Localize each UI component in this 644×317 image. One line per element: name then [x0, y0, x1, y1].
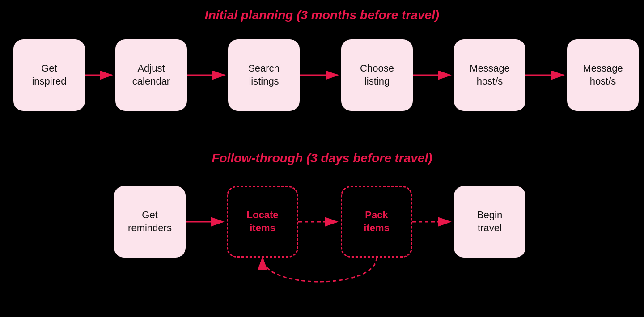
box-message-hosts-2: Message host/s	[567, 39, 639, 111]
box-search-listings: Search listings	[228, 39, 300, 111]
arrow-loop-pack-locate	[263, 258, 377, 282]
box-locate-items: Locate items	[227, 186, 298, 258]
box-message-hosts-1: Message host/s	[454, 39, 525, 111]
diagram-container: Initial planning (3 months before travel…	[0, 0, 644, 317]
box-choose-listing: Choose listing	[341, 39, 413, 111]
box-pack-items: Pack items	[341, 186, 412, 258]
box-begin-travel: Begin travel	[454, 186, 525, 258]
title-follow-through: Follow-through (3 days before travel)	[212, 151, 432, 165]
box-adjust-calendar: Adjust calendar	[115, 39, 187, 111]
title-initial-planning: Initial planning (3 months before travel…	[205, 8, 439, 22]
box-get-inspired: Get inspired	[13, 39, 85, 111]
box-get-reminders: Get reminders	[114, 186, 186, 258]
